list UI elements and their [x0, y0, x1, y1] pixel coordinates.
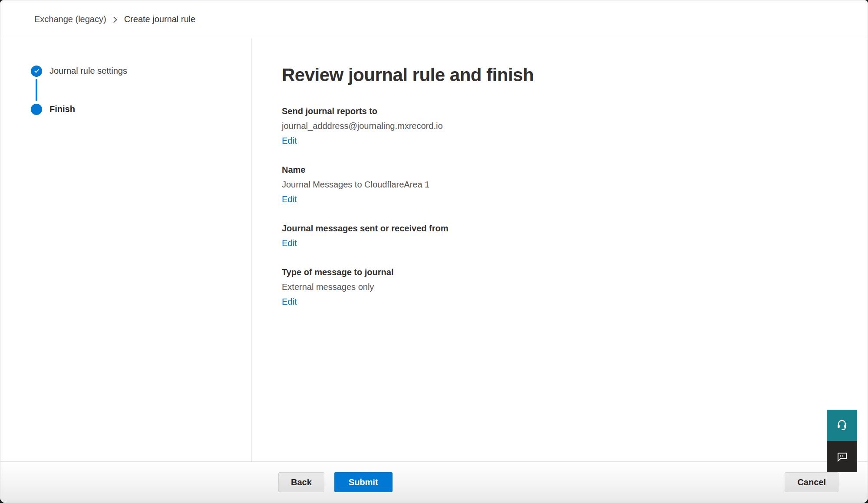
step-completed-check-icon — [31, 66, 42, 77]
section-label: Type of message to journal — [282, 265, 868, 279]
message-type-value: External messages only — [282, 279, 868, 294]
wizard-sidebar: Journal rule settings Finish — [0, 39, 252, 461]
wizard-step-journal-rule-settings[interactable]: Journal rule settings — [31, 65, 127, 77]
footer-action-bar: Back Submit Cancel — [0, 461, 868, 503]
floating-button-stack — [827, 410, 857, 472]
review-panel: Review journal rule and finish Send jour… — [252, 39, 868, 461]
headset-icon — [835, 418, 849, 433]
section-label: Name — [282, 162, 868, 177]
wizard-step-label: Journal rule settings — [50, 66, 127, 76]
help-button[interactable] — [827, 410, 857, 441]
edit-name-link[interactable]: Edit — [282, 192, 297, 207]
wizard-step-finish[interactable]: Finish — [31, 103, 75, 115]
breadcrumb-item-exchange-legacy[interactable]: Exchange (legacy) — [34, 14, 106, 24]
section-message-type: Type of message to journal External mess… — [282, 265, 868, 309]
edit-message-type-link[interactable]: Edit — [282, 294, 297, 309]
edit-scope-link[interactable]: Edit — [282, 236, 297, 250]
exchange-admin-window: Exchange (legacy) Create journal rule Jo… — [0, 0, 868, 503]
page-title: Review journal rule and finish — [282, 65, 868, 85]
back-button[interactable]: Back — [278, 472, 324, 492]
header-bar: Exchange (legacy) Create journal rule — [0, 0, 868, 38]
section-send-journal-reports-to: Send journal reports to journal_adddress… — [282, 104, 868, 148]
chat-dots-icon — [835, 449, 849, 465]
chevron-right-icon — [112, 16, 118, 23]
edit-send-reports-link[interactable]: Edit — [282, 133, 297, 148]
breadcrumb-item-create-journal-rule: Create journal rule — [124, 14, 196, 24]
section-label: Journal messages sent or received from — [282, 221, 868, 236]
feedback-button[interactable] — [827, 441, 857, 472]
rule-name-value: Journal Messages to CloudflareArea 1 — [282, 177, 868, 192]
journal-report-address-value: journal_adddress@journaling.mxrecord.io — [282, 118, 868, 133]
wizard-step-label: Finish — [50, 104, 75, 114]
step-current-dot-icon — [31, 104, 42, 115]
section-name: Name Journal Messages to CloudflareArea … — [282, 162, 868, 207]
breadcrumb: Exchange (legacy) Create journal rule — [34, 14, 195, 24]
submit-button[interactable]: Submit — [334, 472, 393, 492]
cancel-button[interactable]: Cancel — [785, 472, 838, 492]
section-journal-scope: Journal messages sent or received from E… — [282, 221, 868, 250]
wizard-step-connector — [36, 79, 37, 101]
section-label: Send journal reports to — [282, 104, 868, 118]
